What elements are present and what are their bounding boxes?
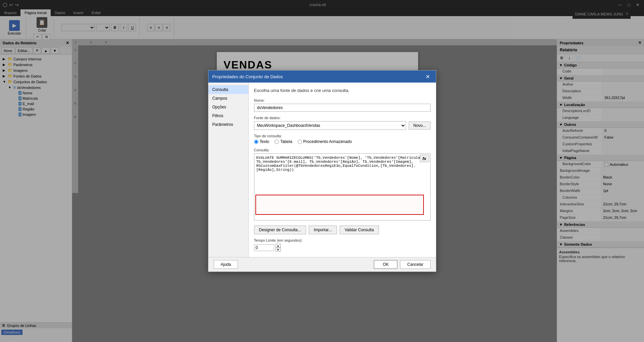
field-group-consulta: Consulta: fx [254, 148, 431, 222]
ajuda-button[interactable]: Ajuda [214, 260, 238, 269]
modal-description: Escolha uma fonte de dados e crie uma co… [254, 88, 431, 93]
modal-nav-parametros[interactable]: Parâmetros [208, 120, 248, 129]
radio-proc[interactable]: Procedimento Armazenado [298, 139, 352, 144]
modal-nav-campos[interactable]: Campos [208, 94, 248, 103]
radio-tabela[interactable]: Tabela [275, 139, 292, 144]
timeout-row: ▲ ▼ [254, 244, 431, 252]
modal-title: Propriedades do Conjunto de Dados [212, 74, 283, 79]
radio-label: Texto [260, 139, 269, 144]
modal-close-button[interactable]: ✕ [424, 72, 432, 81]
query-textarea[interactable] [254, 153, 431, 221]
tipo-label: Tipo de consulta: [254, 134, 431, 138]
nome-input[interactable] [254, 104, 431, 112]
modal-nav-consulta[interactable]: Consulta [208, 85, 248, 94]
modal-titlebar: Propriedades do Conjunto de Dados ✕ [208, 70, 436, 83]
ok-button[interactable]: OK [374, 260, 397, 269]
validar-consulta-button[interactable]: Validar Consulta [340, 226, 379, 234]
datasource-row: MeuWorkspace_DashboardVendas Novo... [254, 121, 431, 130]
spin-up-button[interactable]: ▲ [276, 244, 281, 248]
field-group-timeout: Tempo Limite (em segundos): ▲ ▼ [254, 238, 431, 252]
designer-consulta-button[interactable]: Designer de Consulta... [254, 226, 306, 234]
radio-group-tipo: Texto Tabela Procedimento Armazenado [254, 139, 431, 144]
dataset-properties-modal: Propriedades do Conjunto de Dados ✕ Cons… [208, 70, 436, 272]
radio-label: Procedimento Armazenado [303, 139, 352, 144]
fx-button[interactable]: fx [420, 155, 429, 162]
consulta-label: Consulta: [254, 148, 431, 152]
modal-overlay: Propriedades do Conjunto de Dados ✕ Cons… [0, 0, 644, 342]
query-area-wrapper: fx [254, 153, 431, 222]
modal-body: Consulta Campos Opções Filtros Parâmetro… [208, 83, 436, 257]
cancelar-button[interactable]: Cancelar [400, 260, 430, 269]
radio-proc-input[interactable] [298, 140, 302, 144]
radio-label: Tabela [280, 139, 292, 144]
radio-texto-input[interactable] [254, 140, 258, 144]
radio-texto[interactable]: Texto [254, 139, 269, 144]
field-group-fonte: Fonte de dados: MeuWorkspace_DashboardVe… [254, 116, 431, 130]
spin-down-button[interactable]: ▼ [276, 248, 281, 252]
novo-datasource-button[interactable]: Novo... [409, 121, 430, 130]
modal-nav-filtros[interactable]: Filtros [208, 111, 248, 120]
modal-main-content: Escolha uma fonte de dados e crie uma co… [249, 83, 436, 257]
timeout-input[interactable] [254, 244, 274, 251]
nome-label: Nome: [254, 98, 431, 102]
fonte-label: Fonte de dados: [254, 116, 431, 120]
modal-nav-opcoes[interactable]: Opções [208, 103, 248, 111]
radio-tabela-input[interactable] [275, 140, 279, 144]
footer-right: OK Cancelar [374, 260, 430, 269]
field-group-tipo: Tipo de consulta: Texto Tabela Proced [254, 134, 431, 144]
modal-footer: Ajuda OK Cancelar [208, 257, 436, 272]
action-buttons-row: Designer de Consulta... Importar... Vali… [254, 226, 431, 234]
importar-button[interactable]: Importar... [309, 226, 337, 234]
field-group-nome: Nome: [254, 98, 431, 112]
timeout-spinner: ▲ ▼ [276, 244, 281, 252]
modal-sidebar: Consulta Campos Opções Filtros Parâmetro… [208, 83, 249, 257]
datasource-select[interactable]: MeuWorkspace_DashboardVendas [254, 121, 406, 130]
timeout-label: Tempo Limite (em segundos): [254, 238, 431, 242]
